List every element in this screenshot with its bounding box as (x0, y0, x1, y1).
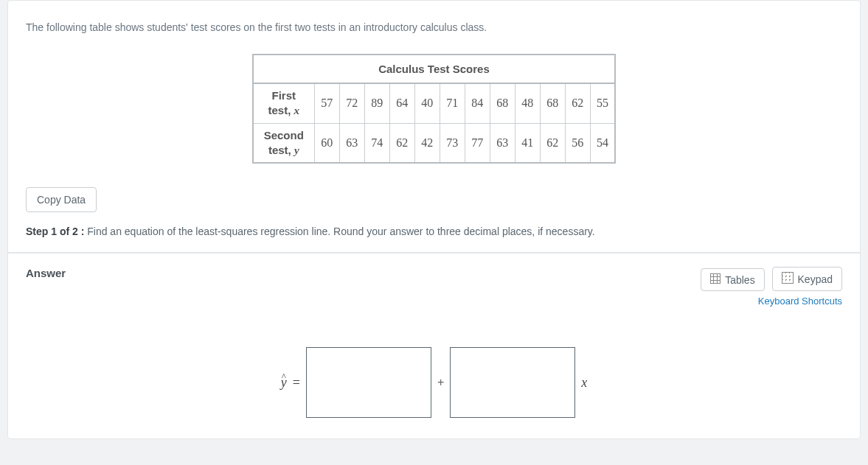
r2c10: 62 (540, 123, 565, 163)
keypad-icon (782, 272, 794, 286)
answer-label: Answer (26, 267, 66, 279)
r2c4: 62 (389, 123, 414, 163)
r2c7: 77 (465, 123, 490, 163)
plus-sign: + (437, 376, 444, 389)
tables-icon (710, 273, 721, 286)
r2c6: 73 (440, 123, 465, 163)
r1c1: 57 (314, 83, 339, 123)
r2c12: 54 (590, 123, 615, 163)
r1c2: 72 (339, 83, 364, 123)
scores-table: Calculus Test Scores First test, x 57 72… (252, 54, 617, 164)
r2c9: 41 (515, 123, 540, 163)
r1c5: 40 (414, 83, 440, 123)
r1c8: 68 (490, 83, 515, 123)
tables-button[interactable]: Tables (701, 268, 764, 291)
r1c4: 64 (389, 83, 414, 123)
r2c2: 63 (339, 123, 364, 163)
equals-sign: = (293, 375, 300, 391)
row2-label: Second test, y (253, 123, 315, 163)
keyboard-shortcuts-link[interactable]: Keyboard Shortcuts (696, 296, 842, 307)
r1c6: 71 (440, 83, 465, 123)
r1c9: 48 (515, 83, 540, 123)
table-title: Calculus Test Scores (253, 55, 616, 83)
r2c3: 74 (364, 123, 389, 163)
step-instruction: Step 1 of 2 : Find an equation of the le… (26, 225, 842, 237)
r2c8: 63 (490, 123, 515, 163)
r1c7: 84 (465, 83, 490, 123)
r2c11: 56 (565, 123, 590, 163)
question-prompt: The following table shows students' test… (26, 21, 842, 33)
slope-input[interactable] (450, 347, 575, 418)
r1c12: 55 (590, 83, 615, 123)
copy-data-button[interactable]: Copy Data (26, 187, 97, 212)
r1c10: 68 (540, 83, 565, 123)
r1c11: 62 (565, 83, 590, 123)
y-hat-symbol: ^y (281, 375, 287, 391)
intercept-input[interactable] (306, 347, 431, 418)
keypad-button[interactable]: Keypad (772, 267, 842, 291)
equation-row: ^y = + x (26, 347, 842, 418)
x-variable: x (581, 375, 587, 391)
row1-label: First test, x (253, 83, 315, 123)
r2c5: 42 (414, 123, 440, 163)
r1c3: 89 (364, 83, 389, 123)
r2c1: 60 (314, 123, 339, 163)
